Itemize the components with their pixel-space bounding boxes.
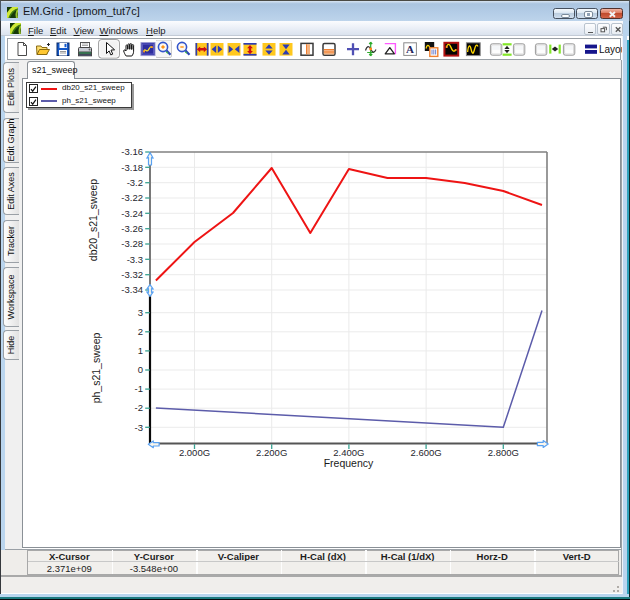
svg-text:-3.32: -3.32 [121,269,143,280]
svg-text:-3.3: -3.3 [127,254,143,265]
svg-text:-3.18: -3.18 [121,162,143,173]
svg-text:-3: -3 [135,422,143,433]
svg-text:3: 3 [138,307,143,318]
svg-text:ph_s21_sweep: ph_s21_sweep [90,333,102,404]
svg-text:2: 2 [138,326,143,337]
svg-text:-3.28: -3.28 [121,238,143,249]
svg-text:-1: -1 [135,383,143,394]
svg-text:2.200G: 2.200G [256,447,287,458]
svg-text:db20_s21_sweep: db20_s21_sweep [87,179,99,261]
svg-text:-3.22: -3.22 [121,192,143,203]
svg-text:-3.26: -3.26 [121,223,143,234]
svg-text:0: 0 [138,364,143,375]
svg-text:-3.34: -3.34 [121,284,143,295]
svg-text:1: 1 [138,345,143,356]
svg-text:-3.24: -3.24 [121,208,143,219]
svg-text:-2: -2 [135,402,143,413]
svg-text:-3.2: -3.2 [127,177,143,188]
svg-text:Frequency: Frequency [324,457,374,469]
svg-text:2.800G: 2.800G [488,447,519,458]
svg-text:-3.16: -3.16 [121,146,143,157]
svg-text:2.600G: 2.600G [411,447,442,458]
svg-text:2.000G: 2.000G [179,447,210,458]
